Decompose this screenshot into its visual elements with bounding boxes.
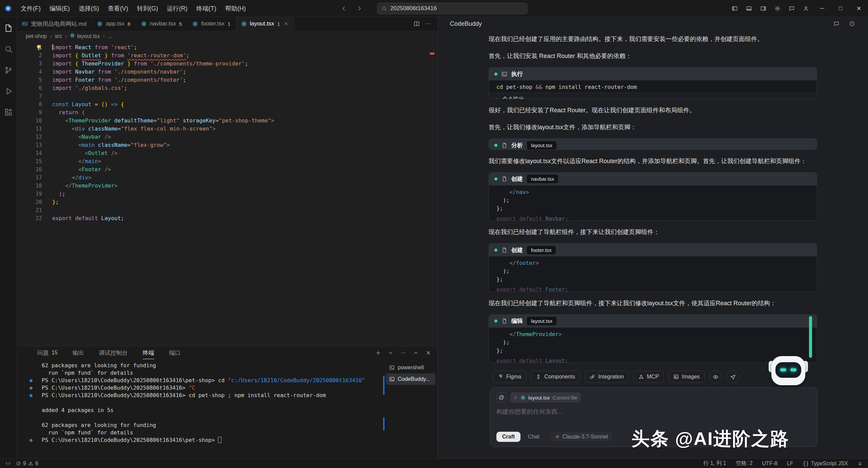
maximize-panel-icon[interactable] [413,350,419,356]
pill-mcp[interactable]: MCP [633,371,664,383]
more-actions-icon[interactable] [425,21,431,27]
tool-card-header[interactable]: 分析layout.tsx [489,139,817,150]
remove-context-icon[interactable] [513,395,518,400]
preview-eye-button[interactable] [709,370,722,383]
composer-placeholder[interactable]: 构建你想要的任何东西... [496,408,811,416]
tool-card-header[interactable]: 创建navbar.tsx [489,173,817,186]
terminal-instance[interactable]: CodeBuddy... [386,373,435,385]
search-sidebar-icon[interactable] [1,43,16,56]
launch-button[interactable] [727,370,739,383]
tool-card: 创建footer.tsx </footer> );};export defaul… [489,243,817,292]
code-editor[interactable]: 1import React from 'react';2import { Out… [17,42,437,346]
terminal-line: added 4 packages in 5s [17,407,386,414]
tool-card-header[interactable]: 编辑layout.tsx [489,315,817,328]
language-label: TypeScript JSX [811,461,848,467]
panel-tab[interactable]: 问题15 [37,346,58,359]
tool-card: 创建navbar.tsx </nav> );};export default N… [489,172,817,221]
notifications-bell[interactable] [857,461,863,466]
encoding[interactable]: UTF-8 [762,461,777,467]
panel-tab[interactable]: 终端 [143,346,154,359]
file-chip-label[interactable]: layout.tsx [527,141,556,150]
editor-actions [414,17,437,31]
forward-icon[interactable] [356,5,362,12]
indentation[interactable]: 空格: 2 [736,460,753,467]
menu-item[interactable]: 帮助(H) [221,4,250,13]
eol-sequence[interactable]: LF [787,461,793,467]
toggle-secondary-sidebar-icon[interactable] [760,5,766,12]
terminal-instance[interactable]: powershell [386,362,435,373]
file-chip-label[interactable]: navbar.tsx [527,175,558,183]
command-output-toggle[interactable]: 命令输出 [489,93,817,99]
chat-composer[interactable]: @ layout.tsx Current file 构建你想要的任何东西... … [490,387,817,447]
problems-indicator[interactable]: 9 6 [16,461,38,467]
editor-tab[interactable]: layout.tsx1 [236,17,294,31]
breadcrumb-item[interactable]: layout.tsx [70,33,100,39]
toggle-sidebar-icon[interactable] [732,5,738,12]
pill-integration[interactable]: Integration [585,371,629,383]
file-chip-label[interactable]: footer.tsx [527,246,556,254]
editor-tab[interactable]: app.tsx8 [92,17,136,31]
close-tab-icon[interactable] [284,21,289,26]
context-file-chip[interactable]: layout.tsx Current file [510,392,581,403]
language-mode[interactable]: {} TypeScript JSX [803,461,848,467]
menu-item[interactable]: 选择(S) [74,4,103,13]
chat-conversation[interactable]: 现在我们已经创建了应用的主要路由结构。接下来，我们需要安装一些必要的依赖，并创建… [438,31,868,366]
chat-paragraph: 首先，让我们安装 React Router 和其他必要的依赖： [489,52,817,60]
feedback-comment-icon[interactable] [833,21,840,27]
panel-tab[interactable]: 调试控制台 [99,346,128,359]
command-center-search[interactable] [377,3,528,14]
feedback-icon[interactable] [789,5,795,12]
breadcrumb-item[interactable]: ... [108,33,112,39]
panel-more-icon[interactable] [400,350,406,356]
breadcrumb-item[interactable]: pet-shop [26,33,47,39]
back-icon[interactable] [341,5,347,12]
menu-item[interactable]: 运行(R) [162,4,192,13]
cursor-position[interactable]: 行 1, 列 1 [703,460,726,467]
split-editor-icon[interactable] [414,21,420,27]
terminal-output[interactable]: 62 packages are looking for funding run … [17,359,386,459]
remote-indicator[interactable] [5,461,11,466]
extensions-icon[interactable] [1,106,16,119]
explorer-icon[interactable] [1,22,16,35]
history-icon[interactable] [849,21,855,27]
lightbulb-icon[interactable] [35,44,42,51]
maximize-button[interactable]: □ [831,0,850,17]
close-window-button[interactable]: ✕ [850,0,868,17]
chat-paragraph: 很好，我们已经安装了React Router。现在让我们创建页面组件和布局组件。 [489,106,817,115]
tool-card-header[interactable]: 执行 [489,67,817,80]
chat-scrollbar-thumb[interactable] [809,316,812,358]
menu-item[interactable]: 编辑(E) [45,4,74,13]
search-input[interactable] [390,5,523,12]
account-icon[interactable] [803,5,809,12]
panel-tab[interactable]: 输出 [73,346,84,359]
pill-images[interactable]: Images [668,371,705,383]
menu-item[interactable]: 查看(V) [103,4,133,13]
toggle-panel-icon[interactable] [746,5,752,12]
codebuddy-header: CodeBuddy [438,17,868,31]
editor-tab[interactable]: navbar.tsx5 [136,17,188,31]
editor-tab[interactable]: footer.tsx1 [187,17,236,31]
file-chip-label[interactable]: layout.tsx [527,317,556,325]
tool-card-header[interactable]: 创建footer.tsx [489,243,817,256]
pill-figma[interactable]: Figma [493,371,526,383]
terminal-dropdown-icon[interactable] [388,350,394,356]
mention-button[interactable]: @ [496,392,507,403]
mode-craft-button[interactable]: Craft [496,432,520,442]
model-selector[interactable]: ✳ Claude-3.7-Sonnet [551,432,612,442]
new-terminal-icon[interactable] [375,350,381,356]
breadcrumb-item[interactable]: src [55,33,62,39]
panel-tab[interactable]: 端口 [169,346,181,359]
breadcrumb: pet-shop›src›layout.tsx›... [17,31,437,42]
run-debug-icon[interactable] [1,85,16,98]
command-decoration-icon [17,436,42,444]
pill-components[interactable]: Components [531,371,580,383]
menu-item[interactable]: 文件(F) [16,4,45,13]
menu-item[interactable]: 转到(G) [133,4,162,13]
source-control-icon[interactable] [1,64,16,77]
menu-item[interactable]: 终端(T) [192,4,221,13]
close-panel-icon[interactable] [426,350,431,356]
minimize-button[interactable]: ─ [813,0,831,17]
editor-tab[interactable]: 宠物用品电商网站.md [17,17,92,31]
mode-chat-button[interactable]: Chat [528,434,539,440]
settings-gear-icon[interactable] [774,5,781,12]
